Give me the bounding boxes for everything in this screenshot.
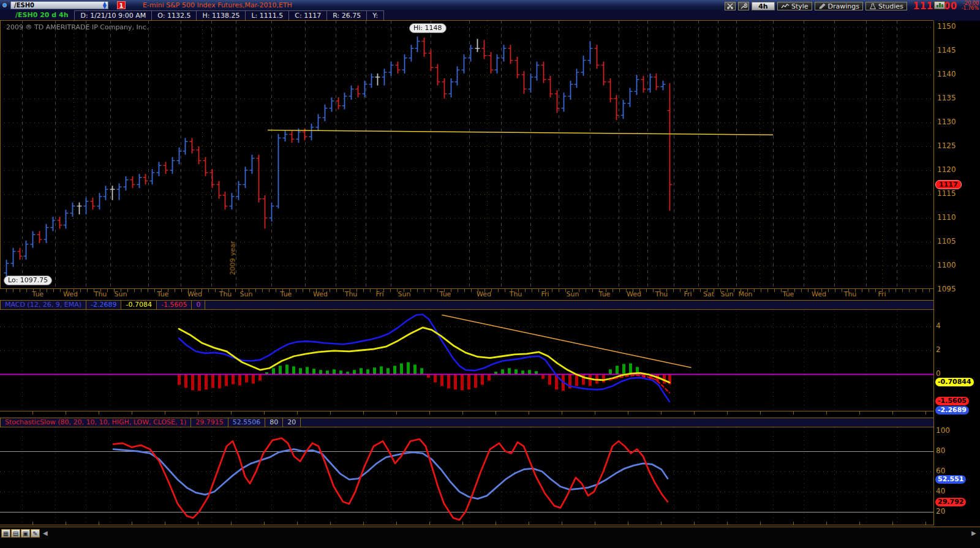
day-axis-label: Tue [776, 290, 801, 298]
trading-platform-window: /ESH0 ▲▼ 1 E-mini S&P 500 Index Futures,… [0, 0, 980, 548]
price-axis-label: 1110 [937, 213, 956, 222]
macd-value: -0.7084 [121, 301, 156, 309]
macd-zero-value: 0 [192, 301, 205, 309]
snapshot-button[interactable] [725, 2, 736, 10]
ohlc-cell: R: 26.75 [327, 10, 367, 21]
low-price-bubble: Lo: 1097.75 [4, 276, 52, 285]
last-price-axis-marker: 1117 [935, 180, 962, 189]
mini-bar-icon [937, 5, 938, 7]
price-axis-label: 1125 [937, 141, 956, 150]
title-bar: /ESH0 ▲▼ 1 E-mini S&P 500 Index Futures,… [0, 0, 980, 10]
macd-diff-value: -2.2689 [86, 301, 121, 309]
ohlc-cell: O: 1132.5 [152, 10, 197, 21]
stochastic-axis-label: 20 [936, 507, 945, 516]
grid-icon[interactable]: ▦ [1, 529, 10, 538]
alert-count-badge[interactable]: 1 [117, 1, 126, 9]
macd-study-label[interactable]: MACD (12, 26, 9, EMA) [0, 301, 86, 309]
page-icon[interactable]: ▣ [21, 529, 30, 538]
price-chart-canvas[interactable] [0, 21, 933, 288]
mini-chart-button[interactable] [934, 1, 945, 9]
day-axis-label: Tue [433, 290, 458, 298]
drawings-button[interactable]: Drawings [815, 2, 863, 10]
price-axis-label: 1130 [937, 118, 956, 126]
day-axis-label: Fri [870, 290, 894, 298]
price-axis-label: 1095 [937, 285, 956, 293]
scroll-left-icon[interactable]: ◀ [43, 530, 48, 536]
chart-title: E-mini S&P 500 Index Futures,Mar-2010,ET… [143, 1, 292, 9]
day-axis-label: Thu [838, 290, 862, 298]
scroll-right-icon[interactable]: ▶ [971, 530, 976, 536]
day-axis-label: Fri [368, 290, 392, 298]
stoch-slowd-value: 52.5506 [228, 418, 266, 427]
stochastic-value-badge: 52.551 [935, 475, 966, 484]
ohlc-cells: D: 1/21/10 9:00 AMO: 1132.5H: 1138.25L: … [74, 10, 384, 21]
pencil-icon [818, 3, 826, 10]
macd-value-badge: -0.70844 [935, 378, 974, 386]
drawings-button-label: Drawings [828, 2, 859, 10]
day-axis-label: Sun [560, 290, 585, 298]
symbol-dropdown-icon[interactable]: ▲▼ [103, 2, 107, 9]
panels-icon[interactable]: ▤ [11, 529, 20, 538]
day-axis-label: Tue [151, 290, 175, 298]
mini-bar-icon [941, 4, 943, 7]
price-axis-label: 1145 [937, 46, 956, 54]
bottom-toolbar: ▦▤▣✎ ◀ ▶ [0, 527, 980, 548]
macd-chart-canvas[interactable] [0, 310, 933, 411]
right-axis-border [933, 21, 934, 525]
day-axis-label: Fri [533, 290, 557, 298]
year-label: 2009 year [229, 241, 237, 275]
macd-axis-label: 2 [936, 345, 941, 354]
ohlc-cell: D: 1/21/10 9:00 AM [74, 10, 152, 21]
stochastic-axis-label: 40 [936, 487, 945, 495]
stoch-slowk-value: 29.7915 [191, 418, 228, 427]
macd-value-badge: -2.2689 [935, 406, 969, 415]
stochastic-axis-label: 80 [936, 446, 945, 455]
stochastic-study-label[interactable]: StochasticSlow (80, 20, 10, 10, HIGH, LO… [0, 418, 191, 427]
style-button[interactable]: Style [777, 2, 812, 10]
day-axis-label: Thu [649, 290, 674, 298]
chart-top-border [0, 20, 933, 21]
macd-avg-value: -1.5605 [157, 301, 192, 309]
chart-line-icon [781, 3, 790, 9]
day-axis-label: Tue [592, 290, 617, 298]
stochastic-header: StochasticSlow (80, 20, 10, 10, HIGH, LO… [0, 418, 933, 427]
studies-button-label: Studies [878, 2, 903, 10]
flask-icon [869, 3, 876, 10]
price-axis-label: 1135 [937, 94, 956, 102]
day-axis-label: Tue [274, 290, 298, 298]
style-button-label: Style [791, 2, 809, 10]
studies-button[interactable]: Studies [865, 2, 907, 10]
mini-bar-icon [939, 3, 941, 7]
day-axis-label: Sun [234, 290, 258, 298]
price-axis-label: 1100 [937, 261, 956, 269]
stochastic-value-badge: 29.792 [935, 498, 966, 506]
symbol-summary: /ESH0 20 d 4h [0, 10, 74, 21]
price-axis-label: 1120 [937, 165, 956, 174]
macd-axis-label: 4 [936, 321, 941, 330]
stochastic-chart-canvas[interactable] [0, 427, 933, 524]
day-axis-label: Wed [622, 290, 646, 298]
day-axis-label: Wed [308, 290, 333, 298]
day-axis-label: Sun [108, 290, 133, 298]
stochastic-x-axis-ticks [0, 522, 933, 525]
timeframe-button[interactable]: 4h [752, 2, 775, 10]
symbol-input[interactable]: /ESH0 ▲▼ [10, 1, 108, 9]
price-change: -20.00 -1.76% [962, 1, 979, 11]
left-axis-border [0, 21, 1, 288]
price-axis-label: 1105 [937, 237, 956, 246]
day-axis-label: Wed [58, 290, 83, 298]
pencil-icon[interactable]: ✎ [31, 529, 40, 538]
price-axis-label: 1115 [937, 189, 956, 198]
ohlc-cell: Y: [367, 10, 384, 21]
day-axis-label: Mon [733, 290, 758, 298]
settings-button[interactable] [738, 2, 749, 10]
macd-axis-label: 0 [936, 369, 941, 378]
day-axis-label: Tue [26, 290, 50, 298]
day-axis-label: Wed [472, 290, 496, 298]
ohlc-info-bar: /ESH0 20 d 4h D: 1/21/10 9:00 AMO: 1132.… [0, 10, 980, 21]
price-axis-label: 1150 [937, 22, 956, 31]
wrench-icon [740, 2, 747, 10]
day-axis-label: Sun [392, 290, 417, 298]
watermark: 2009 ® TD AMERITRADE IP Company, Inc. [6, 23, 148, 31]
stochastic-axis-label: 60 [936, 467, 945, 475]
